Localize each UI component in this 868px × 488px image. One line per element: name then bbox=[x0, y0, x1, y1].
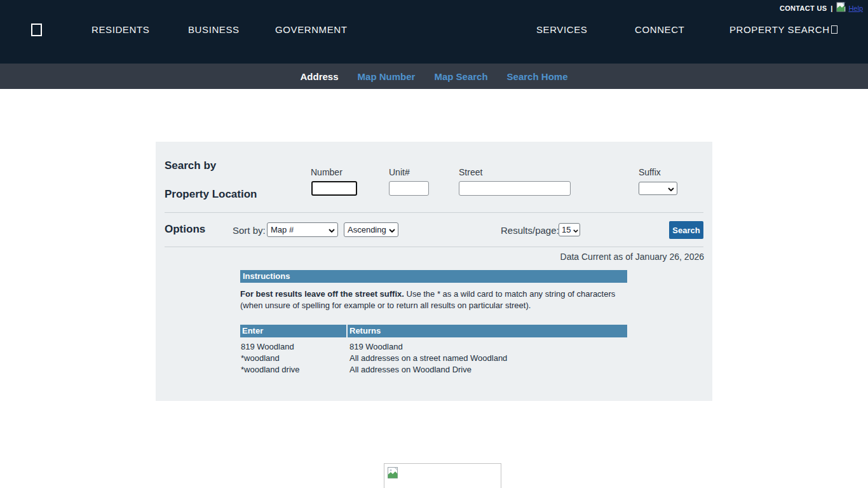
returns-cell: All addresses on Woodland Drive bbox=[348, 364, 627, 376]
street-input[interactable] bbox=[459, 181, 571, 196]
enter-cell: *woodland drive bbox=[240, 364, 348, 376]
utility-row: CONTACT US | Help bbox=[780, 2, 863, 15]
unit-input[interactable] bbox=[389, 181, 429, 196]
nav-item-services[interactable]: SERVICES bbox=[536, 24, 587, 35]
results-per-page-select[interactable]: 15 bbox=[559, 223, 580, 236]
table-row: *woodland All addresses on a street name… bbox=[240, 353, 627, 364]
nav-item-property-search[interactable]: PROPERTY SEARCH bbox=[729, 24, 837, 35]
sort-by-label: Sort by: bbox=[233, 225, 266, 236]
enter-cell: *woodland bbox=[240, 353, 348, 364]
chevron-down-icon bbox=[668, 184, 674, 193]
page: CONTACT US | Help RESIDENTS BUSINESS GOV… bbox=[0, 0, 868, 488]
chevron-down-icon bbox=[389, 225, 395, 234]
menu-glyph-icon[interactable] bbox=[31, 24, 42, 36]
help-link-label: Help bbox=[848, 4, 863, 12]
examples-table-header: Enter Returns bbox=[240, 325, 627, 337]
divider-top bbox=[165, 212, 703, 213]
footer-broken-image bbox=[384, 463, 501, 488]
table-row: *woodland drive All addresses on Woodlan… bbox=[240, 364, 627, 376]
instructions-bold-text: For best results leave off the street su… bbox=[240, 289, 404, 299]
property-search-panel: Search by Property Location Number Unit#… bbox=[156, 142, 712, 401]
instructions-header: Instructions bbox=[240, 270, 627, 283]
results-per-page-value: 15 bbox=[562, 225, 571, 234]
broken-image-icon bbox=[388, 467, 399, 478]
nav-item-business[interactable]: BUSINESS bbox=[188, 24, 240, 35]
sort-direction-select[interactable]: Ascending bbox=[344, 222, 398, 237]
number-label: Number bbox=[311, 167, 342, 177]
utility-separator: | bbox=[831, 4, 832, 12]
instructions-box: Instructions For best results leave off … bbox=[240, 270, 627, 311]
suffix-select[interactable] bbox=[639, 182, 677, 195]
subnav-tab-map-search[interactable]: Map Search bbox=[434, 71, 487, 82]
sort-field-select[interactable]: Map # bbox=[267, 222, 338, 237]
subnav-tab-address[interactable]: Address bbox=[301, 71, 339, 82]
search-glyph-icon bbox=[831, 25, 837, 34]
suffix-label: Suffix bbox=[639, 167, 661, 177]
search-subnav: Address Map Number Map Search Search Hom… bbox=[0, 64, 868, 89]
returns-cell: All addresses on a street named Woodland bbox=[348, 353, 627, 364]
subnav-tab-search-home[interactable]: Search Home bbox=[507, 71, 568, 82]
top-header: CONTACT US | Help RESIDENTS BUSINESS GOV… bbox=[0, 0, 868, 64]
returns-column-header: Returns bbox=[348, 325, 627, 337]
unit-label: Unit# bbox=[389, 167, 410, 177]
help-link[interactable]: Help bbox=[836, 2, 863, 15]
contact-us-link[interactable]: CONTACT US bbox=[780, 4, 827, 12]
chevron-down-icon bbox=[573, 225, 578, 234]
returns-cell: 819 Woodland bbox=[348, 341, 627, 353]
examples-table-rows: 819 Woodland 819 Woodland *woodland All … bbox=[240, 337, 627, 376]
examples-table: Enter Returns 819 Woodland 819 Woodland … bbox=[240, 325, 627, 376]
options-heading: Options bbox=[165, 223, 205, 236]
nav-item-residents[interactable]: RESIDENTS bbox=[92, 24, 149, 35]
number-input[interactable] bbox=[311, 181, 357, 196]
street-label: Street bbox=[459, 167, 482, 177]
instructions-body: For best results leave off the street su… bbox=[240, 283, 620, 311]
broken-image-icon bbox=[836, 2, 848, 15]
sort-direction-value: Ascending bbox=[348, 225, 386, 234]
data-current-text: Data Current as of January 26, 2026 bbox=[560, 252, 704, 262]
panel-heading-line1: Search by bbox=[165, 159, 216, 172]
chevron-down-icon bbox=[329, 225, 335, 234]
search-button[interactable]: Search bbox=[669, 221, 703, 239]
nav-item-government[interactable]: GOVERNMENT bbox=[275, 24, 348, 35]
enter-column-header: Enter bbox=[240, 325, 346, 337]
panel-heading-line2: Property Location bbox=[165, 188, 257, 201]
subnav-tab-map-number[interactable]: Map Number bbox=[358, 71, 416, 82]
enter-cell: 819 Woodland bbox=[240, 341, 348, 353]
table-row: 819 Woodland 819 Woodland bbox=[240, 341, 627, 353]
divider-bottom bbox=[165, 247, 703, 247]
nav-item-connect[interactable]: CONNECT bbox=[635, 24, 684, 35]
results-per-page-label: Results/page: bbox=[501, 225, 559, 236]
sort-field-value: Map # bbox=[271, 225, 294, 234]
